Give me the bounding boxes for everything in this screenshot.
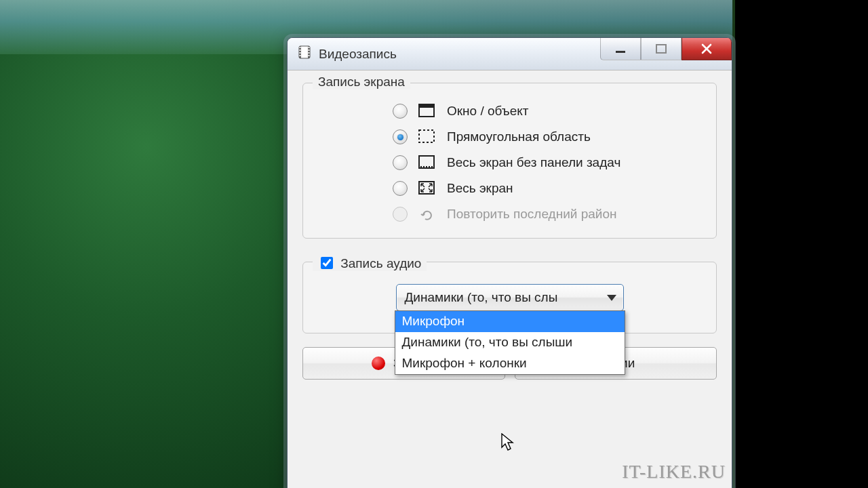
chevron-down-icon (607, 295, 616, 301)
svg-rect-6 (300, 55, 301, 56)
radio-icon (393, 104, 408, 119)
fullscreen-icon (417, 180, 437, 197)
minimize-button[interactable] (600, 38, 641, 60)
repeat-icon (417, 205, 437, 223)
svg-rect-14 (419, 104, 434, 108)
audio-source-combo[interactable]: Динамики (то, что вы слы (396, 284, 624, 311)
radio-icon (393, 207, 408, 222)
audio-source-dropdown: Микрофон Динамики (то, что вы слыши Микр… (395, 310, 625, 375)
maximize-button[interactable] (641, 38, 682, 60)
svg-rect-7 (309, 47, 310, 48)
option-label: Весь экран (447, 181, 513, 196)
radio-icon (393, 155, 408, 170)
svg-rect-15 (419, 130, 434, 142)
record-icon (372, 357, 385, 370)
film-icon (297, 45, 312, 63)
rectangle-select-icon (417, 128, 437, 146)
combo-selected-text: Динамики (то, что вы слы (405, 290, 558, 305)
svg-rect-8 (309, 49, 310, 51)
svg-rect-11 (616, 51, 625, 53)
svg-rect-12 (656, 45, 666, 53)
option-fullscreen-no-taskbar[interactable]: Весь экран без панели задач (393, 154, 708, 171)
audio-record-group: Запись аудио Динамики (то, что вы слы Ми… (302, 262, 717, 333)
video-record-dialog: Видеозапись Запись экрана (287, 37, 732, 488)
dropdown-item-speakers[interactable]: Динамики (то, что вы слыши (395, 332, 625, 353)
fullscreen-no-taskbar-icon (417, 154, 437, 171)
svg-rect-5 (300, 52, 301, 54)
svg-rect-9 (309, 52, 310, 54)
radio-icon (393, 181, 408, 196)
letterbox-right (732, 0, 868, 488)
option-label: Весь экран без панели задач (447, 155, 620, 170)
option-rectangular-area[interactable]: Прямоугольная область (393, 128, 708, 146)
dropdown-item-mic-plus-speakers[interactable]: Микрофон + колонки (395, 353, 625, 374)
svg-rect-4 (300, 49, 301, 51)
svg-rect-3 (300, 47, 301, 48)
option-label: Прямоугольная область (447, 129, 591, 144)
close-button[interactable] (682, 38, 732, 60)
mouse-cursor (500, 433, 515, 452)
titlebar[interactable]: Видеозапись (288, 38, 732, 70)
audio-group-legend: Запись аудио (313, 253, 427, 271)
option-repeat-last-region: Повторить последний район (393, 205, 708, 223)
screen-record-group: Запись экрана Окно / объект (302, 83, 717, 239)
audio-record-checkbox[interactable] (321, 257, 333, 269)
dropdown-item-microphone[interactable]: Микрофон (395, 311, 625, 332)
window-icon (417, 102, 437, 120)
option-fullscreen[interactable]: Весь экран (393, 180, 708, 197)
radio-icon (393, 129, 408, 144)
window-title: Видеозапись (319, 47, 397, 62)
audio-group-legend-text: Запись аудио (340, 256, 421, 270)
svg-rect-10 (309, 55, 310, 56)
option-window-object[interactable]: Окно / объект (393, 102, 708, 120)
screen-group-legend: Запись экрана (313, 75, 410, 89)
option-label: Повторить последний район (447, 207, 617, 222)
option-label: Окно / объект (447, 104, 528, 119)
watermark: IT-LIKE.RU (622, 461, 726, 483)
